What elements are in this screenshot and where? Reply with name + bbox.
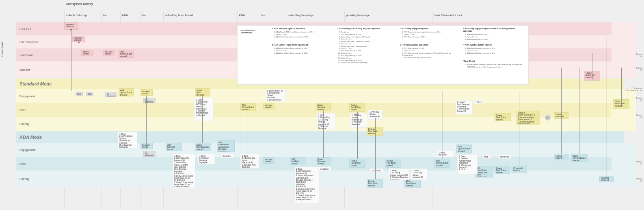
panel-section: C Button Ring & PTP Ring step-up sequenc…	[337, 27, 398, 64]
connector	[519, 92, 519, 167]
connector	[443, 91, 443, 159]
connector	[126, 58, 126, 143]
row-label-pour: Pouring	[16, 117, 60, 131]
right-tag: Timeout off	[636, 115, 642, 119]
panel-section-heading: B ADA Left or Right Arrow flashes off	[272, 44, 333, 46]
node-box: Push-to- Pour Button pushed	[349, 159, 365, 168]
node-box: Screen Back Button selected	[495, 113, 511, 121]
panel-section-heading: H ADA Symbol Button flashes	[463, 44, 524, 46]
node-box: ADA Pour Button released	[404, 179, 421, 188]
node-box: Screen Beverage selected	[316, 103, 331, 111]
node-box: ADA Symbol Button pressed	[119, 88, 134, 96]
phase-header-ice1: ice	[102, 11, 119, 19]
node-box: Screen touched	[81, 50, 93, 56]
node-box: if (pour events > 0) 1. Engagement Scree…	[266, 89, 286, 101]
node-box: (as above)	[370, 168, 383, 173]
phase-header-back: back / timeouts / lock	[432, 11, 625, 19]
or-circle: OR	[545, 115, 551, 120]
panel-section-list: ADA Ring & ADA Enter Button intensity to…	[276, 31, 333, 38]
diagram-root: user/system activity system state unlock…	[0, 0, 644, 210]
panel-section-item: ADA Left & Right Arrow intensity to 100%	[276, 36, 333, 38]
row-label-apour: Pouring	[16, 171, 60, 187]
panel-section-item: a pour event is one cycle between the Of…	[467, 63, 524, 68]
connector	[71, 30, 71, 91]
connector	[109, 56, 109, 92]
node-box: (as above)	[499, 155, 511, 159]
node-box: 1. PTP Ring engage sequence [D] 2. Bever…	[350, 113, 367, 128]
node-box: Click	[76, 92, 83, 96]
node-box: 1. Click 2. Button Ring & PTP Ring steps…	[317, 113, 335, 129]
connector	[607, 37, 607, 177]
row-label-aeng: Engagement	[16, 143, 60, 157]
node-box: Screen Hero Beverage selected	[195, 88, 210, 96]
node-box: 1. Beep 2. ADA interface light-up sequen…	[240, 154, 259, 168]
right-tag: Timeout off	[636, 54, 642, 58]
panel-section-heading: E PTP Ring release sequence	[400, 44, 461, 46]
connector	[248, 111, 248, 154]
panel-section-item: Delay 1 sec before start breathing	[341, 61, 398, 64]
node-box: 1. Beep 2. Left/Right Arrow flashes off …	[294, 167, 320, 203]
right-lane-blue	[612, 143, 636, 187]
panel-section: I Pour Eventa pour event is one cycle be…	[463, 60, 524, 68]
system-state-label: system state	[1, 42, 3, 57]
panel-section-item: ADA Symbol Button intensity to 50%	[467, 52, 524, 55]
right-tag: 1. Timeout off 2. Pour events (L) = 0	[625, 88, 642, 92]
node-box: ADA Enter Button pressed with 'Back' hig…	[475, 166, 493, 177]
connector	[357, 112, 358, 159]
lane-adahdr	[60, 131, 624, 143]
lane-aoffer	[60, 157, 624, 171]
node-box: 1. Beep 2. ADA interface lights-up seque…	[118, 132, 137, 148]
connector	[323, 111, 324, 158]
panel-section-list: a pour event is one cycle between the Of…	[467, 63, 524, 68]
panel-section-heading: I Pour Event	[463, 60, 524, 62]
node-box: ADA Symbol Button pressed	[240, 103, 256, 111]
panel-section-heading: D PTP Ring engage sequence	[400, 27, 461, 30]
connector	[375, 118, 376, 179]
row-label-aoffer: Offer	[16, 157, 60, 171]
node-box: Ice Lever pushed	[140, 143, 153, 149]
node-box: 1. Beep 2. Left/Right Arrow flashes off …	[173, 154, 195, 188]
row-label-stdhdr: Standard Mode	[16, 79, 60, 89]
node-box: 1. Beep 2. PTP Ring release sequence [E]	[411, 168, 427, 180]
panel-section-list: Recipe setPTP Ring intensity to 25%Butto…	[341, 31, 398, 64]
node-box: Click	[475, 100, 482, 104]
connector	[202, 96, 203, 143]
phase-header-ada1: ADA	[120, 11, 140, 19]
row-label-ambient: Ambient	[16, 61, 60, 78]
node-box: ADA Symbol Button pressed	[456, 144, 472, 153]
node-box: Screen Hero Beverage selected	[195, 143, 211, 151]
panel-section-item: PTP Ring breathing cycle resumes	[404, 57, 461, 59]
node-box: Beep	[482, 155, 491, 159]
phase-header-ada2: ADA	[237, 11, 259, 19]
node-box: Timeout if pour events (L) = 0 6 seconds…	[516, 111, 540, 125]
node-box: Click	[86, 92, 93, 96]
phase-header-ice2: ice	[140, 11, 162, 19]
row-label-eng: Engagement	[16, 89, 60, 103]
node-box: Ice Lever pushed	[140, 89, 153, 96]
node-box: 1. Beep 2. Selected Beverage highlighted	[198, 154, 215, 164]
panel-section-list: PTP Ring intensity to 25%Delay 0.5 secPT…	[404, 47, 461, 59]
node-box: Push-to- Pour Button pushed	[349, 103, 365, 112]
phase-header-unlock: unlock / startup	[64, 11, 101, 19]
node-box: Screen Back Button selected	[495, 166, 510, 174]
right-tag: Timeout off	[636, 68, 642, 72]
right-tag: Timeout off	[636, 161, 642, 165]
row-label-offer: Offer	[16, 103, 60, 117]
node-box: Ice Lever pushed	[263, 103, 275, 109]
diagram-title: user/system activity	[64, 0, 93, 7]
node-box: ADA Left/Right Arrows pressed	[290, 157, 306, 165]
node-box: ADA Enter Button pressed with Beverage h…	[217, 140, 235, 152]
connector	[146, 96, 147, 149]
right-tag: Timeout off	[636, 98, 642, 102]
node-box: 2. Beep (as above)	[437, 151, 454, 157]
panel-section-item: ADA Left or Right Arrow intensity to 100…	[276, 52, 333, 55]
node-box: 1. Beep 2. Selected Hero Beverage highli…	[457, 154, 478, 175]
phase-header-selhero: selecting hero brand	[163, 11, 236, 19]
node-box: 1. Beep 2. PTP Ring engage sequence [D] …	[389, 168, 410, 180]
node-box: ADA Left/Right Arrows pressed	[166, 143, 182, 151]
connector-dot	[70, 29, 72, 31]
phase-header-ice3: ice	[260, 11, 286, 19]
node-box: Ice dispensed	[143, 151, 156, 157]
connector	[592, 53, 592, 81]
panel-section-heading: F ADA Ring engage sequence and G ADA Rin…	[463, 27, 524, 32]
